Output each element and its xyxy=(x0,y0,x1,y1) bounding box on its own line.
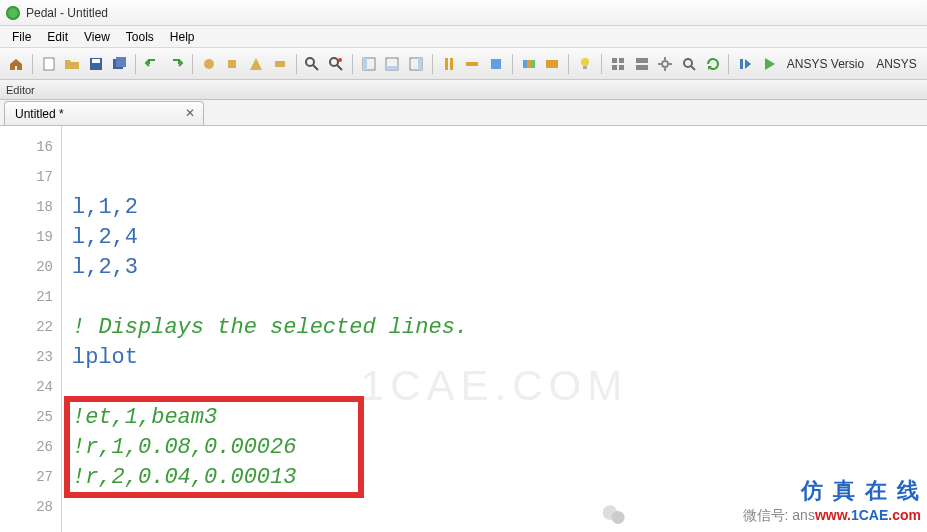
svg-rect-21 xyxy=(523,60,527,68)
svg-point-34 xyxy=(684,59,692,67)
tool-a-icon[interactable] xyxy=(438,53,460,75)
color-1-icon[interactable] xyxy=(518,53,540,75)
toggle-4-icon[interactable] xyxy=(269,53,291,75)
menu-edit[interactable]: Edit xyxy=(39,28,76,46)
code-line[interactable]: l,2,4 xyxy=(62,222,927,252)
svg-point-8 xyxy=(306,58,314,66)
svg-line-35 xyxy=(691,66,695,70)
code-line[interactable]: l,2,3 xyxy=(62,252,927,282)
code-line[interactable]: !r,1,0.08,0.00026 xyxy=(62,432,927,462)
menu-view[interactable]: View xyxy=(76,28,118,46)
open-file-icon[interactable] xyxy=(61,53,83,75)
tool-b-icon[interactable] xyxy=(462,53,484,75)
menu-tools[interactable]: Tools xyxy=(118,28,162,46)
menu-file[interactable]: File xyxy=(4,28,39,46)
code-line[interactable] xyxy=(62,282,927,312)
svg-rect-7 xyxy=(275,61,285,67)
svg-rect-22 xyxy=(527,60,531,68)
svg-rect-6 xyxy=(228,60,236,68)
code-line[interactable] xyxy=(62,162,927,192)
undo-icon[interactable] xyxy=(141,53,163,75)
find-icon[interactable] xyxy=(302,53,324,75)
line-number: 23 xyxy=(0,342,61,372)
new-file-icon[interactable] xyxy=(38,53,60,75)
grid-2-icon[interactable] xyxy=(631,53,653,75)
ansys-label[interactable]: ANSYS xyxy=(870,57,923,71)
svg-rect-19 xyxy=(445,58,448,70)
close-icon[interactable]: ✕ xyxy=(183,106,197,120)
svg-rect-28 xyxy=(619,58,624,63)
ansys-version-label[interactable]: ANSYS Versio xyxy=(781,57,870,71)
home-icon[interactable] xyxy=(5,53,27,75)
refresh-icon[interactable] xyxy=(702,53,724,75)
svg-rect-2 xyxy=(92,59,100,63)
svg-rect-14 xyxy=(363,58,367,70)
svg-rect-26 xyxy=(583,66,587,69)
line-number: 17 xyxy=(0,162,61,192)
svg-rect-32 xyxy=(636,65,648,70)
save-all-icon[interactable] xyxy=(109,53,131,75)
line-number: 16 xyxy=(0,132,61,162)
settings-icon[interactable] xyxy=(654,53,676,75)
line-number: 28 xyxy=(0,492,61,522)
run-icon[interactable] xyxy=(758,53,780,75)
watermark-prefix: 微信号: ans xyxy=(743,507,815,523)
svg-rect-36 xyxy=(740,59,743,69)
svg-rect-4 xyxy=(116,57,126,67)
code-line[interactable]: lplot xyxy=(62,342,927,372)
zoom-icon[interactable] xyxy=(678,53,700,75)
color-2-icon[interactable] xyxy=(542,53,564,75)
tab-bar: Untitled * ✕ xyxy=(0,100,927,126)
svg-point-25 xyxy=(581,58,589,66)
svg-rect-23 xyxy=(531,60,535,68)
svg-point-33 xyxy=(662,61,668,67)
panel-1-icon[interactable] xyxy=(358,53,380,75)
svg-rect-20 xyxy=(450,58,453,70)
svg-rect-16 xyxy=(386,66,398,70)
svg-rect-27 xyxy=(612,58,617,63)
wechat-icon xyxy=(601,502,627,528)
tab-label: Untitled * xyxy=(15,107,64,121)
redo-icon[interactable] xyxy=(165,53,187,75)
svg-rect-0 xyxy=(44,58,54,70)
menu-bar: File Edit View Tools Help xyxy=(0,26,927,48)
tab-untitled[interactable]: Untitled * ✕ xyxy=(4,101,204,125)
window-titlebar: Pedal - Untitled xyxy=(0,0,927,26)
toggle-3-icon[interactable] xyxy=(245,53,267,75)
step-icon[interactable] xyxy=(734,53,756,75)
watermark-corner: 仿 真 在 线 微信号: answww.1CAE.com xyxy=(743,476,921,526)
code-editor[interactable]: 16171819202122232425262728 1CAE.COM l,1,… xyxy=(0,126,927,532)
editor-panel-header: Editor xyxy=(0,80,927,100)
svg-rect-29 xyxy=(612,65,617,70)
tool-c-icon[interactable] xyxy=(485,53,507,75)
code-line[interactable]: l,1,2 xyxy=(62,192,927,222)
line-number: 20 xyxy=(0,252,61,282)
toggle-1-icon[interactable] xyxy=(198,53,220,75)
svg-point-5 xyxy=(204,59,214,69)
find-replace-icon[interactable] xyxy=(325,53,347,75)
svg-point-10 xyxy=(330,58,338,66)
code-area[interactable]: 1CAE.COM l,1,2l,2,4l,2,3! Displays the s… xyxy=(62,126,927,532)
line-number: 21 xyxy=(0,282,61,312)
grid-1-icon[interactable] xyxy=(607,53,629,75)
panel-3-icon[interactable] xyxy=(405,53,427,75)
line-number: 18 xyxy=(0,192,61,222)
code-line[interactable] xyxy=(62,372,927,402)
code-line[interactable]: !et,1,beam3 xyxy=(62,402,927,432)
code-line[interactable] xyxy=(62,132,927,162)
line-number: 26 xyxy=(0,432,61,462)
window-title: Pedal - Untitled xyxy=(26,6,108,20)
app-icon xyxy=(6,6,20,20)
toggle-2-icon[interactable] xyxy=(221,53,243,75)
svg-rect-31 xyxy=(636,58,648,63)
save-icon[interactable] xyxy=(85,53,107,75)
line-gutter: 16171819202122232425262728 xyxy=(0,126,62,532)
code-line[interactable]: ! Displays the selected lines. xyxy=(62,312,927,342)
watermark-cn: 仿 真 在 线 xyxy=(743,476,921,507)
menu-help[interactable]: Help xyxy=(162,28,203,46)
lightbulb-icon[interactable] xyxy=(574,53,596,75)
svg-line-9 xyxy=(313,65,318,70)
line-number: 19 xyxy=(0,222,61,252)
panel-2-icon[interactable] xyxy=(382,53,404,75)
toolbar: ANSYS Versio ANSYS xyxy=(0,48,927,80)
